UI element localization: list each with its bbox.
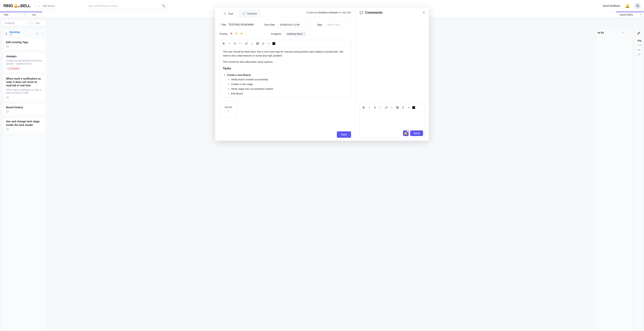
tags-label: Tags <box>317 23 322 26</box>
numbered-list-button[interactable]: ≡ <box>266 41 271 46</box>
created-author: Gustavo Andrade <box>318 11 338 14</box>
link-button[interactable]: 🔗 <box>384 105 388 110</box>
body-paragraph: This should be also altomated using cypr… <box>223 60 348 64</box>
subscribe-toggle[interactable]: 🔔 2 <box>403 130 409 136</box>
subscriber-count-badge: 2 <box>407 130 410 132</box>
subtask-list: Verify board created successfully Create… <box>227 78 348 96</box>
send-comment-button[interactable]: Send <box>410 130 423 136</box>
side-header: 💬 Comments ✕ <box>360 11 425 15</box>
save-row: Save <box>220 129 351 138</box>
flag-orange-icon[interactable]: ⚑ <box>240 32 243 36</box>
code-button[interactable]: 〔〕 <box>238 41 243 46</box>
clock-icon: 🕘 <box>242 12 246 15</box>
assignee-field: Assignee Anthony Nevo ✕ <box>271 31 310 37</box>
color-picker-button[interactable] <box>412 106 416 109</box>
comment-toolbar: B I S 〔〕 🔗 ☺ 🖼 ☰ ≡ <box>360 104 425 111</box>
created-meta: Created by Gustavo Andrade on July 26th <box>306 11 351 14</box>
link-button[interactable]: 🔗 <box>244 41 249 46</box>
task-item-label: Create a new Board <box>227 74 250 76</box>
tab-task[interactable]: 🗒️ Task <box>220 10 237 17</box>
modal-main: 🗒️ Task 🕘 Timeline Created by Gustavo An… <box>215 8 356 141</box>
task-list: Create a new Board Verify board created … <box>223 73 348 96</box>
assignee-input[interactable]: Anthony Nevo ✕ <box>284 31 310 37</box>
editor-toolbar: B I S 〔〕 🔗 ☺ 🖼 ☰ ≡ <box>220 40 351 47</box>
upload-label: Upload <box>224 106 232 109</box>
tags-field: Tags Select tags <box>317 22 351 28</box>
color-picker-button[interactable] <box>272 42 276 46</box>
save-button[interactable]: Save <box>337 131 351 138</box>
bullet-list-button[interactable]: ☰ <box>400 105 406 110</box>
code-button[interactable]: 〔〕 <box>378 105 383 110</box>
strike-button[interactable]: S <box>372 105 377 110</box>
emoji-button[interactable]: ☺ <box>389 105 394 110</box>
title-value[interactable]: TESTING ROADMAP <box>228 23 254 26</box>
form-row-1: Title TESTING ROADMAP Due Date 02/08/202… <box>220 22 351 28</box>
tab-label: Timeline <box>247 12 257 15</box>
italic-button[interactable]: I <box>227 41 232 46</box>
modal-side: 💬 Comments ✕ B I S 〔〕 🔗 ☺ 🖼 ☰ ≡ <box>356 8 429 141</box>
tab-label: Task <box>228 12 233 15</box>
bold-button[interactable]: B <box>221 41 226 46</box>
task-icon: 🗒️ <box>223 12 226 15</box>
flag-red-icon[interactable]: ⚑ <box>230 32 232 36</box>
tasks-heading: Tasks <box>223 66 348 71</box>
subtask-item: Create a new stage <box>231 82 348 86</box>
upload-icon: ⤴ <box>228 110 229 112</box>
close-modal-button[interactable]: ✕ <box>422 11 425 15</box>
body-paragraph: This ask should be fixed here, this is t… <box>223 50 348 58</box>
assignee-chip: Anthony Nevo ✕ <box>286 32 306 36</box>
modal-top: 🗒️ Task 🕘 Timeline Created by Gustavo An… <box>220 10 351 17</box>
form-row-2: Priority ⚑ ⚑ ⚑ Assignee Anthony Nevo ✕ <box>220 31 351 37</box>
form-area: Title TESTING ROADMAP Due Date 02/08/202… <box>220 17 351 118</box>
created-prefix: Created by <box>306 11 318 14</box>
italic-button[interactable]: I <box>367 105 372 110</box>
numbered-list-button[interactable]: ≡ <box>406 105 411 110</box>
title-label: Title <box>220 23 226 26</box>
modal-tabs: 🗒️ Task 🕘 Timeline <box>220 10 260 17</box>
tags-placeholder: Select tags <box>327 23 340 26</box>
created-suffix: on July 26th <box>338 11 351 14</box>
emoji-button[interactable]: ☺ <box>250 41 254 46</box>
subtask-item: Edit Board <box>231 92 348 96</box>
due-date-value: 02/08/2024 12:06 <box>280 23 300 26</box>
image-button[interactable]: 🖼 <box>255 41 260 46</box>
description-editor: B I S 〔〕 🔗 ☺ 🖼 ☰ ≡ This ask should be fi… <box>220 40 351 98</box>
bullet-list-button[interactable]: ☰ <box>261 41 266 46</box>
comment-editor: B I S 〔〕 🔗 ☺ 🖼 ☰ ≡ 🔔 2 <box>360 104 425 138</box>
comment-footer: 🔔 2 Send <box>360 129 425 138</box>
remove-assignee-button[interactable]: ✕ <box>304 33 305 35</box>
due-date-field: Due Date 02/08/2024 12:06 <box>264 22 311 28</box>
upload-button[interactable]: Upload ⤴ <box>220 100 237 118</box>
tags-input[interactable]: Select tags <box>325 22 351 28</box>
due-date-label: Due Date <box>264 23 275 26</box>
assignee-label: Assignee <box>271 33 281 35</box>
strike-button[interactable]: S <box>232 41 238 46</box>
title-field: Title TESTING ROADMAP <box>220 23 254 26</box>
task-item: Create a new Board Verify board created … <box>227 73 348 96</box>
tab-timeline[interactable]: 🕘 Timeline <box>239 10 260 17</box>
priority-field: Priority ⚑ ⚑ ⚑ <box>220 32 243 36</box>
comments-icon: 💬 <box>360 11 363 15</box>
flag-orange-icon[interactable]: ⚑ <box>235 32 238 36</box>
priority-label: Priority <box>220 33 228 35</box>
subtask-item: Verify board created successfully <box>231 78 348 82</box>
editor-body[interactable]: This ask should be fixed here, this is t… <box>220 47 351 98</box>
comments-list <box>360 17 425 104</box>
image-button[interactable]: 🖼 <box>395 105 400 110</box>
comments-heading: Comments <box>365 11 382 15</box>
bold-button[interactable]: B <box>361 105 366 110</box>
assignee-chip-label: Anthony Nevo <box>287 33 302 35</box>
due-date-input[interactable]: 02/08/2024 12:06 <box>277 22 311 28</box>
comment-input[interactable] <box>360 111 425 129</box>
subtask-item: Verify stage was successfully created <box>231 87 348 91</box>
modal-overlay: 🗒️ Task 🕘 Timeline Created by Gustavo An… <box>0 0 644 331</box>
task-modal: 🗒️ Task 🕘 Timeline Created by Gustavo An… <box>215 8 429 141</box>
